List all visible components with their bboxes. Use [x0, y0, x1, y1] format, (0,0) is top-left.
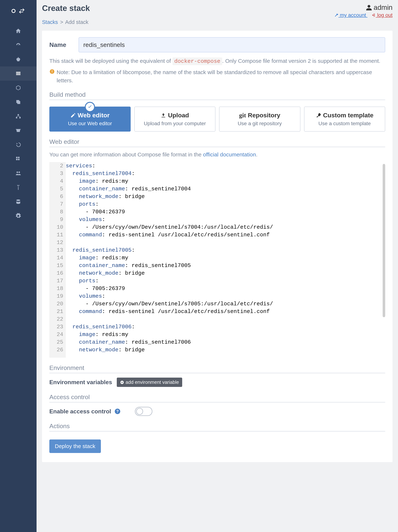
- nav-endpoints[interactable]: [0, 180, 37, 195]
- user-block: admin my account log out: [334, 4, 392, 18]
- svg-rect-2: [52, 72, 52, 73]
- logout-link[interactable]: log out: [372, 12, 392, 18]
- method-repository[interactable]: git Repository Use a git repository: [219, 107, 300, 132]
- nav-networks[interactable]: [0, 109, 37, 123]
- page-title: Create stack: [42, 4, 90, 13]
- docker-compose-code: docker-compose: [172, 57, 222, 65]
- toggle-knob: [136, 408, 143, 415]
- form-panel: Name This stack will be deployed using t…: [42, 31, 392, 462]
- environment-header: Environment: [49, 364, 385, 373]
- my-account-link[interactable]: my account: [334, 12, 367, 18]
- breadcrumb-current: Add stack: [65, 19, 88, 25]
- actions-header: Actions: [49, 423, 385, 431]
- note: Note: Due to a limitation of libcompose,…: [49, 68, 385, 84]
- sidebar-nav: [0, 22, 37, 223]
- nav-home[interactable]: [0, 24, 37, 38]
- access-control-label: Enable access control: [49, 408, 111, 415]
- breadcrumb: Stacks > Add stack: [42, 19, 392, 25]
- access-control-header: Access control: [49, 393, 385, 402]
- scrollbar[interactable]: [383, 164, 385, 317]
- nav-images[interactable]: [0, 95, 37, 109]
- breadcrumb-root[interactable]: Stacks: [42, 19, 58, 25]
- collapse-icon: [19, 8, 25, 14]
- nav-registries[interactable]: [0, 195, 37, 209]
- line-gutter: 2 3 4 5 6 7 8 9 10 11 12 13 14 15 16 17 …: [49, 162, 66, 358]
- nav-users[interactable]: [0, 166, 37, 180]
- method-upload[interactable]: Upload Upload from your computer: [134, 107, 216, 132]
- build-method-header: Build method: [49, 91, 385, 100]
- logo-ring-icon: [12, 9, 16, 13]
- code-area[interactable]: services: redis_sentinel7004: image: red…: [66, 162, 385, 358]
- nav-app-templates[interactable]: [0, 52, 37, 66]
- warning-icon: [49, 69, 55, 74]
- nav-dashboard[interactable]: [0, 38, 37, 52]
- nav-volumes[interactable]: [0, 123, 37, 138]
- main-content: Create stack admin my account log out St…: [37, 0, 398, 532]
- nav-containers[interactable]: [0, 81, 37, 95]
- sidebar: [0, 0, 37, 532]
- official-docs-link[interactable]: official documentation: [203, 152, 256, 158]
- username: admin: [334, 4, 392, 12]
- nav-host[interactable]: [0, 152, 37, 166]
- plus-icon: [120, 380, 124, 384]
- compose-info: This stack will be deployed using the eq…: [49, 57, 385, 65]
- web-editor-header: Web editor: [49, 138, 385, 147]
- edit-icon: [70, 113, 76, 118]
- editor-info: You can get more information about Compo…: [49, 152, 385, 158]
- user-icon: [366, 4, 372, 11]
- deploy-button[interactable]: Deploy the stack: [49, 439, 101, 453]
- rocket-icon: [316, 113, 321, 118]
- upload-icon: [161, 113, 166, 118]
- access-control-toggle[interactable]: [135, 407, 152, 416]
- method-web-editor[interactable]: Web editor Use our Web editor: [49, 107, 131, 132]
- nav-events[interactable]: [0, 138, 37, 152]
- wrench-icon: [334, 13, 339, 17]
- name-input[interactable]: [78, 37, 385, 52]
- nav-settings[interactable]: [0, 209, 37, 223]
- check-icon: [85, 102, 95, 112]
- env-vars-label: Environment variables: [49, 379, 112, 386]
- logout-icon: [372, 13, 376, 17]
- git-icon: git: [239, 112, 246, 119]
- code-editor[interactable]: 2 3 4 5 6 7 8 9 10 11 12 13 14 15 16 17 …: [49, 162, 385, 358]
- sidebar-logo[interactable]: [0, 0, 37, 22]
- method-custom-template[interactable]: Custom template Use a custom template: [304, 107, 385, 132]
- svg-rect-1: [52, 70, 52, 72]
- name-label: Name: [49, 41, 73, 48]
- add-env-var-button[interactable]: add environment variable: [117, 378, 182, 387]
- nav-stacks[interactable]: [0, 66, 37, 81]
- help-icon[interactable]: ?: [115, 409, 120, 414]
